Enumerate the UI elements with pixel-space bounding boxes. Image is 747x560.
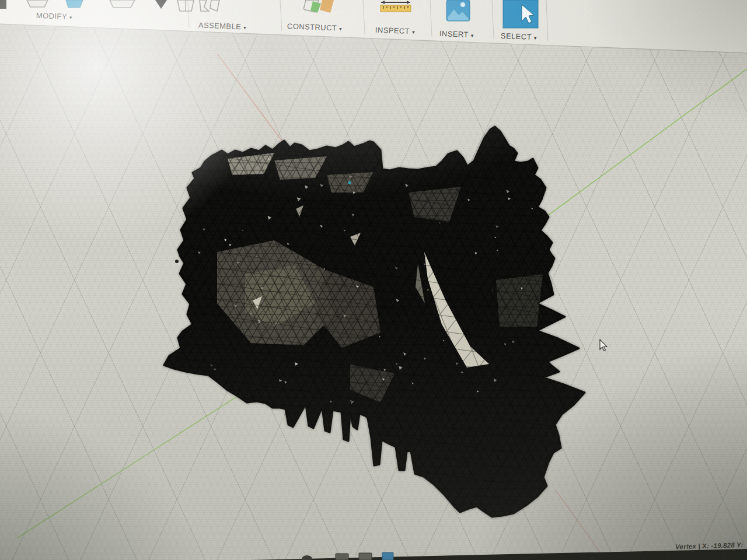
screen-bottom-edge <box>0 0 747 560</box>
taskbar-icon-2[interactable] <box>336 554 348 560</box>
taskbar-icon-4[interactable] <box>382 552 393 560</box>
fusion360-app-photo: MODIFY▾ ASSEMBLE▾ CONSTRUCT▾ INSPECT▾ IN… <box>0 0 747 560</box>
taskbar-icon-3[interactable] <box>359 553 372 560</box>
taskbar-icon-1[interactable] <box>302 555 312 560</box>
